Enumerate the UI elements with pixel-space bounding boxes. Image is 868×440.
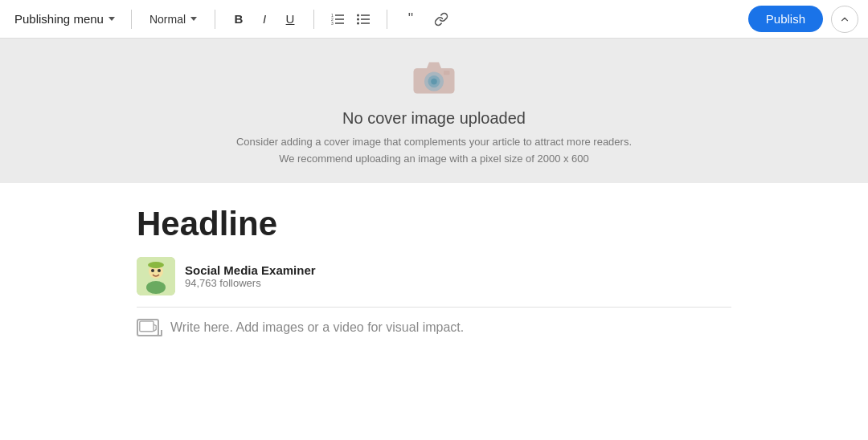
bold-button[interactable]: B: [227, 7, 251, 31]
toolbar: Publishing menu Normal B I U 1 2 3: [0, 0, 868, 39]
author-row: Social Media Examiner 94,763 followers: [137, 257, 731, 308]
publishing-menu-chevron-icon: [108, 17, 115, 21]
ordered-list-icon: 1 2 3: [330, 13, 345, 26]
svg-rect-23: [140, 321, 154, 332]
svg-point-19: [146, 281, 166, 294]
svg-point-20: [151, 269, 154, 272]
write-placeholder-icon: [139, 320, 157, 335]
publishing-menu-label: Publishing menu: [14, 12, 104, 26]
cover-image-area[interactable]: No cover image uploaded Consider adding …: [0, 39, 868, 183]
svg-point-9: [357, 14, 359, 16]
toolbar-divider-4: [387, 10, 387, 29]
svg-point-21: [158, 269, 161, 272]
author-name: Social Media Examiner: [185, 263, 316, 277]
svg-point-15: [431, 78, 437, 84]
author-avatar-image: [137, 257, 175, 295]
underline-button[interactable]: U: [278, 7, 302, 31]
svg-point-10: [357, 18, 359, 20]
article-headline[interactable]: Headline: [137, 206, 731, 242]
collapse-button[interactable]: [831, 6, 858, 33]
svg-rect-16: [444, 71, 450, 75]
collapse-icon: [839, 14, 850, 25]
style-select-button[interactable]: Normal: [143, 10, 203, 29]
svg-point-11: [357, 22, 359, 24]
ordered-list-button[interactable]: 1 2 3: [326, 7, 350, 31]
link-icon: [434, 12, 448, 26]
camera-icon: [410, 55, 458, 96]
publishing-menu-button[interactable]: Publishing menu: [10, 9, 120, 29]
unordered-list-icon: [356, 13, 371, 26]
link-button[interactable]: [429, 7, 453, 31]
write-icon: [137, 319, 159, 336]
no-cover-desc-line2: We recommend uploading an image with a p…: [236, 151, 632, 168]
style-select-chevron-icon: [190, 17, 197, 21]
no-cover-desc-line1: Consider adding a cover image that compl…: [236, 134, 632, 151]
author-avatar: [137, 257, 175, 295]
publish-button[interactable]: Publish: [748, 6, 823, 32]
toolbar-divider-2: [215, 10, 215, 29]
author-info: Social Media Examiner 94,763 followers: [185, 263, 316, 289]
unordered-list-button[interactable]: [351, 7, 375, 31]
italic-button[interactable]: I: [252, 7, 276, 31]
content-area: Headline Social Media Examiner 94,763 fo…: [0, 183, 868, 352]
format-buttons-group: B I U: [227, 7, 302, 31]
toolbar-divider-1: [131, 10, 132, 29]
write-row[interactable]: Write here. Add images or a video for vi…: [137, 319, 731, 336]
list-buttons-group: 1 2 3: [326, 7, 375, 31]
no-cover-description: Consider adding a cover image that compl…: [236, 134, 632, 168]
no-cover-title: No cover image uploaded: [342, 109, 526, 128]
write-placeholder-text: Write here. Add images or a video for vi…: [170, 320, 464, 335]
svg-text:3: 3: [331, 20, 334, 25]
toolbar-divider-3: [313, 10, 314, 29]
toolbar-right: Publish: [748, 6, 858, 33]
author-followers: 94,763 followers: [185, 277, 316, 289]
camera-icon-wrapper: [410, 55, 458, 100]
quote-button[interactable]: ": [399, 7, 423, 31]
svg-point-22: [148, 262, 164, 268]
style-select-label: Normal: [149, 13, 186, 26]
